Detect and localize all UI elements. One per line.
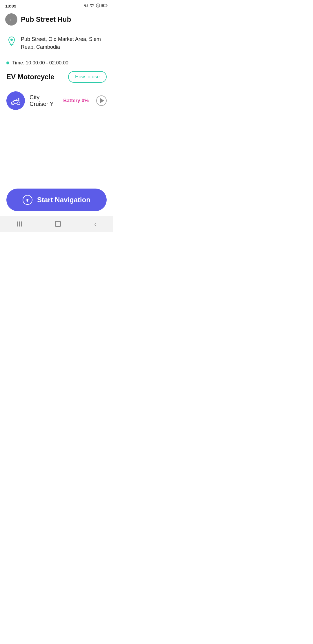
navigation-icon: ➤ bbox=[23, 195, 32, 205]
android-back-icon: ‹ bbox=[94, 221, 97, 227]
battery-status: Battery 0% bbox=[63, 98, 89, 104]
android-back-button[interactable]: ‹ bbox=[94, 221, 97, 227]
no-signal-icon bbox=[96, 3, 100, 9]
play-button[interactable] bbox=[96, 95, 107, 106]
vehicle-name: City Cruiser Y bbox=[30, 94, 59, 107]
android-home-button[interactable] bbox=[55, 221, 61, 227]
time-dot-icon bbox=[6, 61, 9, 64]
mute-icon bbox=[83, 3, 88, 9]
svg-rect-3 bbox=[102, 4, 104, 6]
svg-line-1 bbox=[97, 4, 99, 7]
back-button[interactable]: ← bbox=[5, 13, 17, 26]
location-row: Pub Street, Old Market Area, Siem Reap, … bbox=[6, 32, 107, 56]
how-to-use-button[interactable]: How to use bbox=[68, 71, 107, 83]
section-title: EV Motorcycle bbox=[6, 73, 54, 81]
svg-rect-4 bbox=[107, 5, 107, 6]
location-pin-icon bbox=[6, 36, 17, 48]
vehicle-icon-circle bbox=[6, 91, 25, 110]
divider-1 bbox=[6, 56, 107, 56]
status-time: 10:09 bbox=[5, 3, 16, 8]
wifi-icon bbox=[89, 3, 94, 8]
section-header: EV Motorcycle How to use bbox=[6, 71, 107, 83]
status-icons bbox=[83, 3, 108, 9]
main-content: Pub Street, Old Market Area, Siem Reap, … bbox=[0, 28, 113, 148]
battery-icon bbox=[101, 3, 108, 8]
android-recents-button[interactable] bbox=[17, 221, 22, 227]
play-triangle-icon bbox=[100, 98, 104, 103]
time-row: Time: 10:00:00 - 02:00:00 bbox=[6, 60, 107, 71]
android-nav-bar: ‹ bbox=[0, 216, 113, 232]
page-title: Pub Street Hub bbox=[21, 15, 71, 23]
svg-point-5 bbox=[10, 39, 13, 41]
nav-arrow-icon: ➤ bbox=[24, 196, 31, 204]
recents-icon bbox=[17, 221, 22, 227]
back-arrow-icon: ← bbox=[8, 17, 14, 22]
status-bar: 10:09 bbox=[0, 0, 113, 10]
start-navigation-label: Start Navigation bbox=[37, 196, 90, 204]
scooter-icon bbox=[10, 95, 21, 106]
location-address: Pub Street, Old Market Area, Siem Reap, … bbox=[21, 35, 107, 51]
bottom-section: ➤ Start Navigation bbox=[0, 183, 113, 216]
svg-point-7 bbox=[17, 102, 20, 105]
start-navigation-button[interactable]: ➤ Start Navigation bbox=[6, 189, 107, 211]
vehicle-card: City Cruiser Y Battery 0% bbox=[6, 88, 107, 113]
header: ← Pub Street Hub bbox=[0, 10, 113, 28]
home-icon bbox=[55, 221, 61, 227]
operating-hours: Time: 10:00:00 - 02:00:00 bbox=[12, 60, 68, 66]
